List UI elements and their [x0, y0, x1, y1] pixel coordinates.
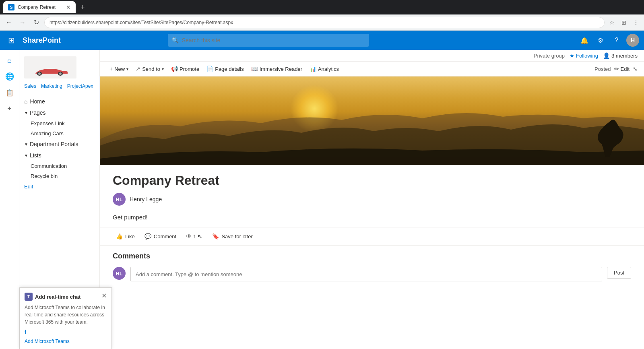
star-icon: ★ [570, 53, 574, 59]
extensions-button[interactable]: ⊞ [619, 18, 629, 27]
bookmark-icon: 🔖 [212, 233, 219, 240]
forward-button[interactable]: → [17, 17, 28, 28]
views-icon: 👁 [186, 233, 192, 240]
sidebar-item-home[interactable]: ⌂ Home [19, 96, 99, 107]
create-rail-button[interactable]: + [2, 101, 17, 116]
comments-section: Comments HL Post [100, 246, 644, 294]
like-button[interactable]: 👍 Like [113, 231, 138, 241]
add-microsoft-teams-link[interactable]: Add Microsoft Teams [25, 339, 70, 344]
svg-point-1 [38, 72, 41, 75]
sidebar-section-pages[interactable]: ▼ Pages [19, 107, 99, 118]
nav-link-sales[interactable]: Sales [24, 83, 36, 89]
tab-favicon: S [8, 4, 14, 10]
promote-button[interactable]: 📢 Promote [168, 64, 202, 74]
comment-icon: 💬 [144, 233, 151, 240]
command-bar: + New ▾ ↗ Send to ▾ 📢 Promote 📄 Page det… [100, 62, 644, 76]
nav-link-marketing[interactable]: Marketing [41, 83, 62, 89]
edit-icon: ✏ [614, 66, 619, 72]
new-button[interactable]: + New ▾ [106, 64, 132, 74]
feed-rail-button[interactable]: 📋 [2, 85, 17, 100]
sidebar-sub-item-recycle[interactable]: Recycle bin [19, 171, 99, 181]
analytics-button[interactable]: 📊 Analytics [306, 64, 342, 74]
nav-link-projectapex[interactable]: ProjectApex [67, 83, 93, 89]
posted-label: Posted [594, 66, 611, 72]
notifications-button[interactable]: 🔔 [578, 34, 591, 47]
sites-rail-button[interactable]: 🌐 [2, 69, 17, 84]
chevron-down-icon-2: ▼ [24, 142, 28, 147]
new-tab-button[interactable]: + [77, 3, 88, 12]
author-avatar[interactable]: HL [113, 193, 126, 206]
sidebar-sub-item-expenses[interactable]: Expenses Link [19, 118, 99, 128]
chat-panel: T Add real-time chat ✕ Add Microsoft Tea… [19, 287, 112, 349]
reload-button[interactable]: ↻ [31, 17, 42, 28]
analytics-icon: 📊 [310, 66, 316, 72]
comment-user-avatar: HL [113, 267, 126, 280]
edit-button[interactable]: ✏ Edit [614, 66, 630, 72]
hero-image-container [100, 76, 644, 165]
chat-info-icon: ℹ [25, 329, 107, 335]
send-to-button[interactable]: ↗ Send to ▾ [132, 64, 167, 74]
comment-input[interactable] [130, 267, 602, 281]
resize-button[interactable]: ⤡ [633, 66, 638, 72]
chevron-down-icon-3: ▼ [24, 153, 28, 158]
page-title: Company Retreat [113, 173, 631, 188]
views-cursor: ↖ [198, 233, 202, 240]
browser-tab[interactable]: S Company Retreat ✕ [3, 1, 76, 13]
search-bar[interactable]: 🔍 [168, 34, 369, 47]
people-icon: 👤 [603, 52, 610, 59]
chat-panel-body: Add Microsoft Teams to collaborate in re… [25, 304, 107, 326]
home-icon: ⌂ [24, 98, 27, 105]
sidebar-section-dept-portals[interactable]: ▼ Department Portals [19, 138, 99, 150]
comment-button[interactable]: 💬 Comment [141, 231, 180, 241]
avatar[interactable]: H [626, 34, 639, 47]
private-group-label: Private group [534, 53, 565, 59]
sharepoint-logo: SharePoint [23, 36, 61, 45]
promote-icon: 📢 [171, 66, 178, 72]
tab-title: Company Retreat [18, 4, 56, 10]
reader-icon: 📖 [251, 66, 258, 72]
content-area: Get pumped! [100, 211, 644, 227]
post-comment-button[interactable]: Post [607, 267, 631, 279]
comments-title: Comments [113, 252, 631, 260]
views-count: 1 [193, 233, 196, 240]
page-title-area: Company Retreat HL Henry Legge [100, 165, 644, 211]
save-for-later-button[interactable]: 🔖 Save for later [209, 231, 256, 241]
search-icon: 🔍 [172, 37, 179, 43]
send-chevron-icon: ▾ [162, 67, 164, 71]
waffle-icon[interactable]: ⊞ [5, 34, 18, 47]
meta-bar: Private group ★ Following 👤 3 members [100, 50, 644, 62]
author-row: HL Henry Legge [113, 193, 631, 206]
following-button[interactable]: ★ Following [570, 53, 598, 59]
plus-icon: + [109, 66, 113, 72]
menu-button[interactable]: ⋮ [631, 18, 641, 27]
send-icon: ↗ [136, 66, 140, 72]
page-content: Get pumped! [113, 214, 631, 221]
thumbs-up-icon: 👍 [116, 233, 123, 240]
sidebar-edit-link[interactable]: Edit [19, 181, 99, 192]
bookmark-button[interactable]: ☆ [607, 18, 617, 27]
author-name: Henry Legge [130, 196, 162, 202]
comment-input-row: HL Post [113, 267, 631, 281]
home-rail-button[interactable]: ⌂ [2, 53, 17, 68]
close-tab-icon[interactable]: ✕ [66, 4, 71, 10]
back-button[interactable]: ← [3, 17, 14, 28]
page-details-button[interactable]: 📄 Page details [203, 64, 247, 74]
chat-close-button[interactable]: ✕ [101, 293, 107, 299]
reactions-bar: 👍 Like 💬 Comment 👁 1 ↖ 🔖 Save for later [100, 227, 644, 246]
search-input[interactable] [182, 37, 365, 43]
chevron-down-icon: ▼ [24, 111, 28, 115]
sidebar-section-lists[interactable]: ▼ Lists [19, 150, 99, 161]
settings-button[interactable]: ⚙ [594, 34, 607, 47]
sidebar-sub-item-communication[interactable]: Communication [19, 161, 99, 171]
address-url: https://citizenbuilders.sharepoint.com/s… [50, 20, 233, 25]
svg-point-3 [59, 72, 62, 75]
immersive-reader-button[interactable]: 📖 Immersive Reader [248, 64, 305, 74]
sidebar-sub-item-amazing-cars[interactable]: Amazing Cars [19, 128, 99, 138]
page-details-icon: 📄 [206, 66, 213, 72]
new-chevron-icon: ▾ [126, 67, 128, 71]
teams-icon: T [25, 293, 33, 301]
members-info[interactable]: 👤 3 members [603, 52, 638, 59]
address-bar[interactable]: https://citizenbuilders.sharepoint.com/s… [44, 17, 605, 28]
help-button[interactable]: ? [610, 34, 623, 47]
chat-panel-title: T Add real-time chat [25, 293, 80, 301]
